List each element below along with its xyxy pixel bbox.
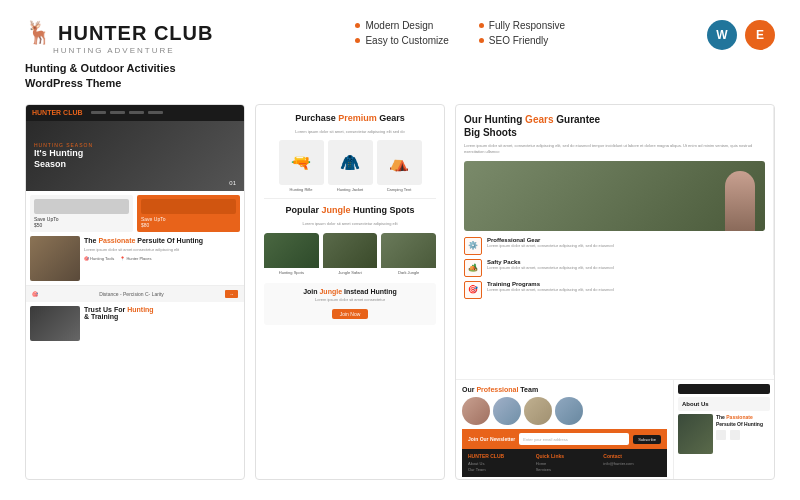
- hg-title: Our Hunting Gears GuranteeBig Shoots: [464, 113, 765, 139]
- save-card-image: [141, 199, 236, 214]
- features-list: ⚙️ Proffessional Gear Lorem ipsum dolor …: [464, 237, 765, 299]
- sp-icons: [716, 430, 770, 440]
- feature-info-2: Safty Packs Lorem ipsum dolor sit amet, …: [487, 259, 765, 271]
- gear-label: Hunting Rifle: [279, 187, 324, 192]
- join-section: Join Jungle Instead Hunting Lorem ipsum …: [264, 283, 436, 325]
- main-container: 🦌 HUNTER CLUB Hunting Adventure Hunting …: [0, 0, 800, 500]
- distance-label: Distance - Percision C- Larity: [99, 291, 164, 297]
- team-photo-4: [555, 397, 583, 425]
- purchase-desc: Lorem ipsum dolor sit amet, consectetur …: [264, 129, 436, 135]
- purchase-title: Purchase Premium Gears: [264, 113, 436, 123]
- spot-card-3: Dark Jungle: [381, 233, 436, 277]
- feature-row-3: 🎯 Training Programs Lorem ipsum dolor si…: [464, 281, 765, 299]
- deer-icon: 🦌: [25, 20, 52, 46]
- passionate-desc: Lorem ipsum dolor sit amet consectetur a…: [84, 247, 240, 253]
- team-photo-3: [524, 397, 552, 425]
- hero-text: Hunting Season It's HuntingSeason: [34, 142, 93, 170]
- bullet-icon: [479, 23, 484, 28]
- team-highlight: Professional: [476, 386, 518, 393]
- gear-image-rifle: 🔫: [279, 140, 324, 185]
- sp-about-box: About Us: [678, 397, 770, 411]
- spots-title: Popular Jungle Hunting Spots: [264, 205, 436, 215]
- feature-easy-customize: Easy to Customize: [355, 35, 448, 46]
- footer-link: Services: [536, 467, 594, 472]
- gear-item-2: 🧥 Hunting Jacket: [328, 140, 373, 192]
- feature-col-2: Fully Responsive SEO Friendly: [479, 20, 565, 46]
- trust-text: Trust Us For Hunting& Training: [84, 306, 154, 341]
- gear-label: Camping Tent: [377, 187, 422, 192]
- newsletter-input[interactable]: Enter your email address: [519, 433, 629, 445]
- footer-link: Our Team: [468, 467, 526, 472]
- footer-link: About Us: [468, 461, 526, 466]
- sp-nav: [678, 384, 770, 394]
- footer-col-title: Quick Links: [536, 453, 594, 459]
- footer-col-2: Quick Links Home Services: [536, 453, 594, 473]
- newsletter-placeholder: Enter your email address: [523, 437, 567, 442]
- spot-card-1: Hunting Spots: [264, 233, 319, 277]
- preview-nav: HUNTER CLUB: [26, 105, 244, 121]
- footer-col-title: HUNTER CLUB: [468, 453, 526, 459]
- sp-passionate-box: The PassionatePersuite Of Hunting: [678, 414, 770, 454]
- plugin-badges: W E: [707, 20, 775, 50]
- gear-image-tent: ⛺: [377, 140, 422, 185]
- bullet-icon: [355, 23, 360, 28]
- passionate-title: The Passionate Persuite Of Hunting: [84, 236, 240, 245]
- trust-section: Trust Us For Hunting& Training: [26, 302, 244, 345]
- spot-label-3: Dark Jungle: [381, 268, 436, 277]
- spot-card-2: Jungle Safari: [323, 233, 378, 277]
- hg-image: [464, 161, 765, 231]
- gear-label: Hunting Jacket: [328, 187, 373, 192]
- sp-icon-2: [730, 430, 740, 440]
- distance-bar: 🎯 Distance - Percision C- Larity →: [26, 285, 244, 302]
- save-card-text: Save UpTo $80: [141, 216, 236, 228]
- footer-col-1: HUNTER CLUB About Us Our Team: [468, 453, 526, 473]
- nav-link: [129, 111, 144, 114]
- trust-image: [30, 306, 80, 341]
- sp-passionate-image: [678, 414, 713, 454]
- small-preview-panel: About Us The PassionatePersuite Of Hunti…: [674, 380, 774, 479]
- logo-section: 🦌 HUNTER CLUB Hunting Adventure Hunting …: [25, 20, 213, 92]
- spot-image-3: [381, 233, 436, 268]
- distance-badge: →: [225, 290, 238, 298]
- previews-row: HUNTER CLUB Hunting Season It's HuntingS…: [25, 104, 775, 480]
- newsletter-bar: Join Our Newsletter Enter your email add…: [462, 429, 667, 449]
- logo-subtitle: Hunting Adventure: [53, 46, 213, 55]
- newsletter-button[interactable]: Subscribe: [633, 435, 661, 444]
- save-card-2: Save UpTo $80: [137, 195, 240, 232]
- hg-highlight: Gears: [525, 114, 553, 125]
- tagline-line2: WordPress Theme: [25, 76, 213, 91]
- join-button[interactable]: Join Now: [332, 309, 369, 319]
- nav-link: [110, 111, 125, 114]
- elementor-badge: E: [745, 20, 775, 50]
- team-title: Our Professional Team: [462, 386, 667, 393]
- feature-desc-1: Lorem ipsum dolor sit amet, consectetur …: [487, 243, 765, 249]
- gear-image-jacket: 🧥: [328, 140, 373, 185]
- feature-label: Fully Responsive: [489, 20, 565, 31]
- save-card-1: Save UpTo $50: [30, 195, 133, 232]
- wordpress-badge: W: [707, 20, 737, 50]
- feature-label: Easy to Customize: [365, 35, 448, 46]
- feature-info-3: Training Programs Lorem ipsum dolor sit …: [487, 281, 765, 293]
- logo-text: HUNTER CLUB: [58, 22, 213, 45]
- spots-row: Hunting Spots Jungle Safari Dark Jungle: [264, 233, 436, 277]
- sp-highlight: Passionate: [726, 414, 752, 420]
- join-title: Join Jungle Instead Hunting: [269, 288, 431, 295]
- sp-passionate-text: The PassionatePersuite Of Hunting: [716, 414, 770, 454]
- sp-about-title: About Us: [682, 401, 766, 407]
- feature-label: Modern Design: [365, 20, 433, 31]
- bullet-icon: [355, 38, 360, 43]
- tagline-line1: Hunting & Outdoor Activities: [25, 61, 213, 76]
- passionate-image: [30, 236, 80, 281]
- join-highlight: Jungle: [319, 288, 342, 295]
- footer-link: Home: [536, 461, 594, 466]
- trust-highlight: Hunting: [127, 306, 153, 313]
- team-photo-2: [493, 397, 521, 425]
- icon-hunter-places: 📍 Hunter Places: [120, 256, 151, 261]
- gear-icon: ⚙️: [464, 237, 482, 255]
- gear-item-3: ⛺ Camping Tent: [377, 140, 422, 192]
- hunting-gears-panel: Our Hunting Gears GuranteeBig Shoots Lor…: [456, 105, 774, 375]
- hero-title: It's HuntingSeason: [34, 148, 93, 170]
- save-card-image: [34, 199, 129, 214]
- feature-fully-responsive: Fully Responsive: [479, 20, 565, 31]
- save-card-text: Save UpTo $50: [34, 216, 129, 228]
